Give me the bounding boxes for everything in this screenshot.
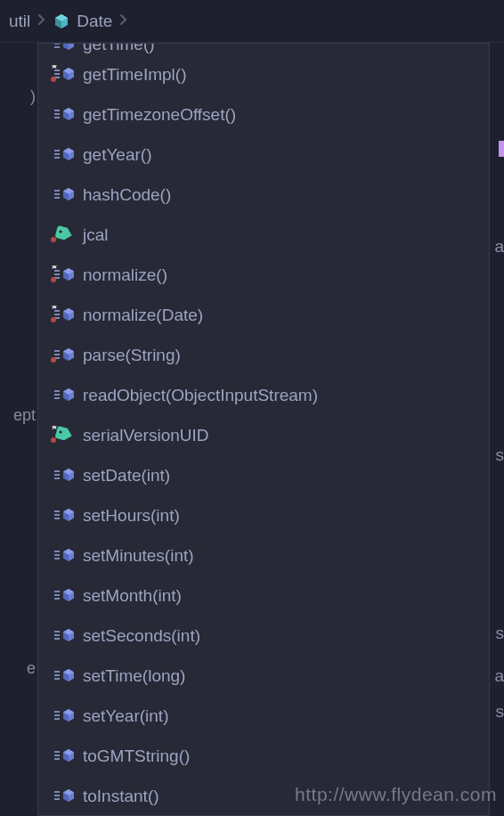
- svg-rect-39: [54, 514, 60, 516]
- structure-dropdown[interactable]: getTime() getTimeImpl() getTimezoneOffse…: [37, 43, 490, 816]
- svg-rect-9: [54, 117, 60, 118]
- svg-rect-14: [54, 193, 60, 195]
- svg-rect-32: [54, 397, 60, 399]
- list-item-label: getYear(): [83, 145, 151, 165]
- svg-rect-40: [54, 518, 60, 519]
- list-item-label: parse(String): [83, 346, 181, 365]
- svg-rect-1: [54, 43, 60, 45]
- svg-point-25: [51, 317, 56, 322]
- editor-partial-text: e: [27, 659, 36, 678]
- list-item[interactable]: setSeconds(int): [38, 616, 489, 656]
- editor-partial-text: ept: [13, 406, 36, 425]
- svg-point-16: [59, 230, 61, 233]
- svg-rect-47: [54, 631, 60, 632]
- list-item[interactable]: serialVersionUID: [38, 415, 489, 455]
- svg-rect-42: [54, 554, 60, 556]
- svg-rect-15: [54, 197, 60, 199]
- list-item[interactable]: getTime(): [38, 43, 489, 54]
- svg-rect-54: [54, 714, 60, 716]
- svg-rect-27: [54, 354, 60, 355]
- svg-point-21: [51, 277, 56, 282]
- svg-rect-8: [54, 113, 60, 115]
- list-item-label: getTimeImpl(): [83, 65, 186, 85]
- list-item[interactable]: parse(String): [38, 335, 489, 375]
- list-item-label: getTimezoneOffset(): [83, 105, 236, 125]
- list-item[interactable]: hashCode(): [38, 175, 489, 215]
- svg-rect-38: [54, 510, 60, 512]
- svg-rect-31: [54, 394, 60, 396]
- svg-point-33: [59, 430, 61, 433]
- list-item[interactable]: setYear(int): [38, 696, 489, 736]
- list-item[interactable]: getYear(): [38, 135, 489, 175]
- svg-rect-53: [54, 711, 60, 713]
- svg-rect-61: [54, 798, 60, 800]
- method-icon: [51, 386, 74, 405]
- list-item[interactable]: setTime(long): [38, 656, 489, 696]
- list-item-label: setHours(int): [83, 506, 180, 526]
- list-item[interactable]: toGMTString(): [38, 736, 489, 776]
- svg-rect-46: [54, 598, 60, 600]
- svg-point-6: [51, 77, 56, 82]
- list-item-label: setMinutes(int): [83, 546, 194, 566]
- svg-rect-4: [54, 73, 60, 75]
- list-item-label: normalize(): [83, 265, 167, 285]
- svg-rect-43: [54, 558, 60, 559]
- method-icon: [51, 65, 74, 85]
- class-icon: [53, 13, 69, 29]
- list-item-label: setTime(long): [83, 666, 185, 686]
- list-item[interactable]: readObject(ObjectInputStream): [38, 375, 489, 415]
- method-icon: [51, 626, 74, 646]
- svg-rect-3: [54, 69, 60, 71]
- svg-rect-57: [54, 755, 60, 756]
- editor-partial-text: s: [496, 445, 505, 465]
- svg-rect-52: [54, 678, 60, 680]
- svg-rect-13: [54, 190, 60, 192]
- svg-rect-48: [54, 634, 60, 636]
- method-icon: [51, 666, 74, 686]
- breadcrumb-seg-util[interactable]: util: [9, 12, 30, 31]
- svg-rect-23: [54, 314, 60, 315]
- list-item[interactable]: setDate(int): [38, 455, 489, 495]
- list-item-label: toInstant(): [83, 787, 159, 806]
- svg-point-34: [51, 437, 56, 443]
- breadcrumb-label: util: [9, 12, 30, 31]
- list-item[interactable]: jcal: [38, 215, 489, 255]
- breadcrumb: util Date: [0, 0, 504, 43]
- method-icon: [51, 586, 74, 606]
- chevron-right-icon: [119, 12, 128, 30]
- svg-rect-50: [54, 671, 60, 673]
- list-item[interactable]: setHours(int): [38, 495, 489, 535]
- list-item[interactable]: setMonth(int): [38, 575, 489, 616]
- method-icon: [51, 787, 74, 806]
- svg-point-29: [51, 357, 56, 363]
- watermark-text: http://www.flydean.com: [295, 784, 497, 805]
- svg-rect-58: [54, 758, 60, 760]
- svg-rect-55: [54, 718, 60, 720]
- svg-rect-51: [54, 674, 60, 676]
- list-item[interactable]: setMinutes(int): [38, 535, 489, 575]
- list-item-label: setYear(int): [83, 706, 168, 726]
- list-item[interactable]: getTimezoneOffset(): [38, 94, 489, 135]
- list-item-label: getTime(): [83, 43, 155, 54]
- editor-right-column: a s s a s: [492, 43, 504, 816]
- breadcrumb-seg-date[interactable]: Date: [53, 12, 112, 31]
- svg-rect-18: [54, 270, 60, 272]
- svg-rect-37: [54, 477, 60, 479]
- method-icon: [51, 145, 74, 165]
- method-icon: [51, 706, 74, 726]
- method-icon: [51, 747, 74, 766]
- method-icon: [51, 105, 74, 125]
- list-item-label: hashCode(): [83, 185, 171, 205]
- list-item-label: setSeconds(int): [83, 626, 200, 646]
- svg-rect-44: [54, 591, 60, 592]
- list-item[interactable]: getTimeImpl(): [38, 54, 489, 94]
- editor-partial-text: a: [494, 666, 504, 686]
- list-item-label: readObject(ObjectInputStream): [83, 386, 318, 405]
- svg-rect-10: [54, 150, 60, 151]
- list-item-label: serialVersionUID: [83, 426, 209, 445]
- list-item[interactable]: normalize(Date): [38, 295, 489, 335]
- svg-rect-22: [54, 310, 60, 312]
- editor-left-column: ) ept e: [0, 43, 37, 816]
- list-item[interactable]: normalize(): [38, 255, 489, 295]
- svg-rect-7: [54, 110, 60, 111]
